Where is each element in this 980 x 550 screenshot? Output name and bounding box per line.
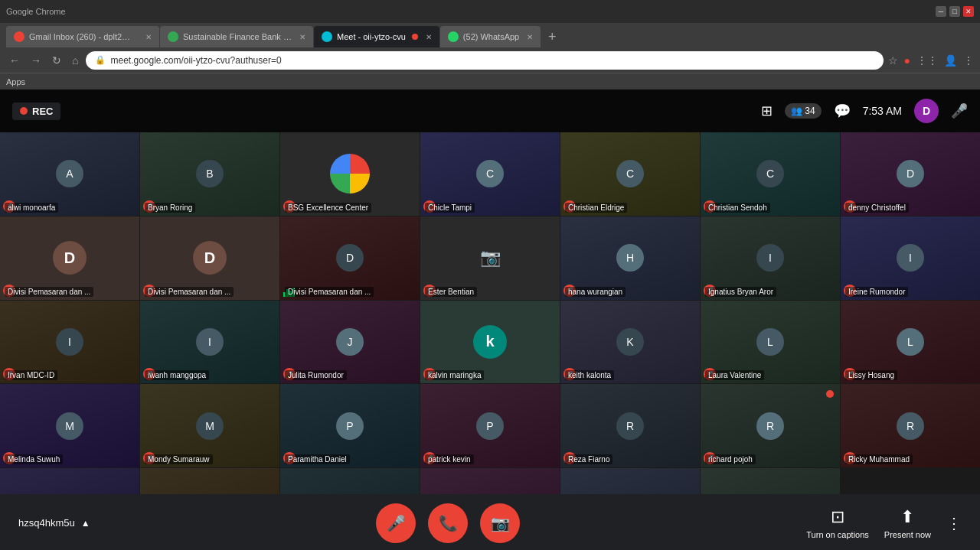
name-laura: Laura Valentine [705,370,764,380]
tab-bar: Gmail Inbox (260) - dplt2@lppi.or.id - .… [0,23,980,47]
video-grid: A 🎤 alwi monoarfa B 🎤 Bryan Roring 🎤 BSG… [0,132,980,550]
name-alwi: alwi monoarfa [5,203,58,213]
tab-meet-close[interactable]: ✕ [426,33,432,41]
name-paramitha: Paramitha Daniel [285,454,350,464]
cell-irvan: I 🎤 Irvan MDC-ID [0,301,139,384]
tab-gmail-close[interactable]: ✕ [145,33,152,41]
cell-julita: J 🎤 Julita Rumondor [280,301,420,384]
close-button[interactable]: ✕ [963,6,974,17]
time-display: 7:53 AM [863,105,902,117]
end-call-button[interactable]: 📞 [428,503,468,543]
cell-lissy: L 🎤 Lissy Hosang [841,301,980,384]
cell-mondy: M 🎤 Mondy Sumarauw [140,384,279,467]
back-button[interactable]: ← [6,54,23,67]
chat-icon[interactable]: 💬 [834,103,851,119]
name-chicle: Chicle Tampi [425,203,475,213]
bookmark-icon[interactable]: ☆ [888,54,898,67]
mic-status-icon: 🎤 [951,103,968,119]
name-christian-e: Christian Eldrige [565,203,627,213]
name-lissy: Lissy Hosang [845,370,897,380]
tab-whatsapp-close[interactable]: ✕ [527,33,533,41]
user-avatar[interactable]: D [914,99,939,123]
control-buttons: 🎤 📞 📷 [376,503,520,543]
tab-meet[interactable]: Meet - oii-ytzo-cvu ✕ [314,26,439,47]
cell-bsg: 🎤 BSG Excellence Center [280,132,420,216]
tab-gmail[interactable]: Gmail Inbox (260) - dplt2@lppi.or.id - .… [6,26,159,47]
name-patrick: patrick kevin [425,454,474,464]
name-bryan: Bryan Roring [145,203,195,213]
cell-kalvin: k 🎤 kalvin maringka [420,301,560,384]
camera-button[interactable]: 📷 [480,503,520,543]
cell-hana: H 🎤 hana wurangian [560,216,700,300]
rec-text: REC [32,106,53,117]
window-title: Google Chrome [6,7,66,16]
profile-icon[interactable]: 👤 [944,54,957,67]
browser-toolbar: ☆ ● ⋮⋮ 👤 ⋮ [888,54,974,67]
url-text: meet.google.com/oii-ytzo-cvu?authuser=0 [110,55,281,66]
more-options-button[interactable]: ⋮ [946,514,962,532]
cell-divisi1: D 🎤 Divisi Pemasaran dan ... [0,216,139,300]
grid-view-icon[interactable]: ⊞ [761,103,773,119]
name-richard: richard pojoh [705,454,756,464]
name-ignatius: Ignatius Bryan Aror [705,287,776,297]
captions-button[interactable]: ⊡ Turn on captions [806,507,869,539]
participants-icon: 👥 [791,106,802,116]
grid-icon[interactable]: ⋮⋮ [916,54,938,67]
name-divisi3: Divisi Pemasaran dan ... [285,287,374,297]
name-kalvin: kalvin maringka [425,370,484,380]
present-label: Present now [884,530,931,539]
menu-icon[interactable]: ⋮ [963,54,974,67]
address-bar-row: ← → ↻ ⌂ 🔒 meet.google.com/oii-ytzo-cvu?a… [0,47,980,73]
cell-divisi3: D Divisi Pemasaran dan ... [280,216,420,300]
cell-bryan: B 🎤 Bryan Roring [140,132,279,216]
name-hana: hana wurangian [565,287,626,297]
bottom-actions: ⊡ Turn on captions ⬆ Present now ⋮ [806,507,962,539]
tab-gmail-label: Gmail Inbox (260) - dplt2@lppi.or.id - .… [29,32,138,41]
participants-badge[interactable]: 👥 34 [785,103,821,119]
lock-icon: 🔒 [95,55,106,65]
cell-ignatius: I 🎤 Ignatius Bryan Aror [701,216,840,300]
minimize-button[interactable]: ─ [936,6,946,17]
participants-count: 34 [805,106,815,116]
present-button[interactable]: ⬆ Present now [884,507,931,539]
meet-bottom-bar: hzsq4hkm5u ▲ 🎤 📞 📷 ⊡ Turn on captions ⬆ … [0,494,980,550]
captions-label: Turn on captions [806,530,869,539]
chevron-up-icon[interactable]: ▲ [81,518,90,529]
cell-christian-s: C 🎤 Christian Sendoh [701,132,840,216]
tab-whatsapp[interactable]: (52) WhatsApp ✕ [440,26,541,47]
opera-icon[interactable]: ● [904,54,910,67]
tab-sustainable[interactable]: Sustainable Finance Bank SulutG... ✕ [160,26,313,47]
mute-button[interactable]: 🎤 [376,503,416,543]
name-ireine: Ireine Rumondor [845,287,908,297]
cell-paramitha: P 🎤 Paramitha Daniel [280,384,420,467]
tab-sustainable-close[interactable]: ✕ [299,33,305,41]
cell-iwanh: I 🎤 iwanh manggopa [140,301,279,384]
reload-button[interactable]: ↻ [49,54,64,67]
name-julita: Julita Rumondor [285,370,347,380]
name-melinda: Melinda Suwuh [5,454,63,464]
bsg-logo [330,154,370,194]
cell-alwi: A 🎤 alwi monoarfa [0,132,139,216]
cell-keith: K 🎤 keith kalonta [560,301,700,384]
cell-christian-e: C 🎤 Christian Eldrige [560,132,700,216]
address-bar[interactable]: 🔒 meet.google.com/oii-ytzo-cvu?authuser=… [86,51,883,70]
gmail-tab-icon [14,31,24,42]
topbar-right: ⊞ 👥 34 💬 7:53 AM D 🎤 [761,99,968,123]
tab-sustainable-label: Sustainable Finance Bank SulutG... [183,32,292,41]
maximize-button[interactable]: □ [949,6,960,17]
meet-container: REC ⊞ 👥 34 💬 7:53 AM D 🎤 A 🎤 alwi monoar… [0,89,980,550]
forward-button[interactable]: → [28,54,44,67]
browser-chrome: Google Chrome ─ □ ✕ Gmail Inbox (260) - … [0,0,980,73]
name-bsg: BSG Excellence Center [285,203,371,213]
sustainable-tab-icon [168,31,178,42]
cell-melinda: M 🎤 Melinda Suwuh [0,384,139,467]
cell-chicle: C 🎤 Chicle Tampi [420,132,560,216]
home-button[interactable]: ⌂ [69,54,81,67]
apps-label: Apps [6,77,25,86]
meeting-code: hzsq4hkm5u [18,517,75,529]
cell-ireine: I 🎤 Ireine Rumondor [841,216,980,300]
present-icon: ⬆ [900,507,914,527]
new-tab-button[interactable]: + [541,26,563,47]
meeting-code-area: hzsq4hkm5u ▲ [18,517,90,529]
recording-indicator [412,34,418,40]
